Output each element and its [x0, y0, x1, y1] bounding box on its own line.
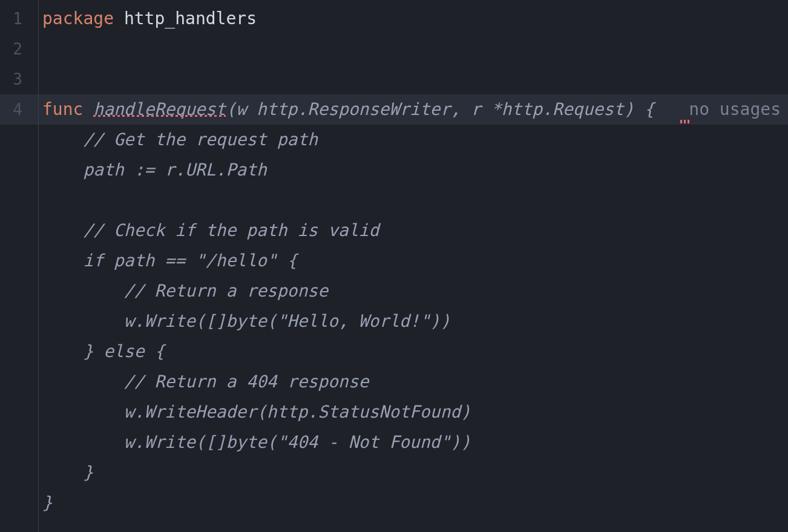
function-name[interactable]: handleRequest [93, 99, 226, 119]
code-text: } else { [42, 341, 165, 361]
code-text: } [42, 462, 93, 482]
line-number[interactable]: 1 [0, 4, 38, 34]
package-name: http_handlers [124, 8, 257, 28]
code-line[interactable]: w.WriteHeader(http.StatusNotFound) [39, 397, 788, 427]
code-text: if path == "/hello" { [42, 251, 297, 271]
code-text: // Return a response [42, 281, 328, 301]
line-number-gutter: 1 2 3 4 [0, 0, 39, 532]
code-editor[interactable]: 1 2 3 4 package http_handlers func handl… [0, 0, 788, 532]
code-line[interactable]: } else { [39, 337, 788, 367]
inlay-hint-no-usages[interactable]: no usages [689, 94, 781, 125]
code-line[interactable] [39, 64, 788, 94]
code-line[interactable]: package http_handlers [39, 4, 788, 34]
code-text: // Return a 404 response [42, 372, 369, 392]
line-number[interactable]: 4 [0, 94, 38, 125]
function-signature: (w http.ResponseWriter, r *http.Request)… [226, 99, 654, 119]
code-line[interactable] [39, 34, 788, 64]
code-line[interactable]: // Check if the path is valid [39, 215, 788, 246]
code-text: } [42, 493, 53, 513]
code-text: w.WriteHeader(http.StatusNotFound) [42, 402, 471, 422]
keyword-func: func [42, 99, 83, 119]
code-line[interactable]: } [39, 488, 788, 518]
code-text: path := r.URL.Path [42, 160, 267, 180]
code-line[interactable]: path := r.URL.Path [39, 155, 788, 185]
code-line[interactable]: // Return a 404 response [39, 367, 788, 397]
code-area[interactable]: package http_handlers func handleRequest… [39, 0, 788, 532]
code-line[interactable]: if path == "/hello" { [39, 246, 788, 276]
code-line[interactable]: // Return a response [39, 276, 788, 306]
keyword-package: package [42, 8, 114, 28]
code-line[interactable]: } [39, 458, 788, 488]
line-number[interactable]: 3 [0, 64, 38, 94]
code-line[interactable]: w.Write([]byte("Hello, World!")) [39, 306, 788, 337]
code-line[interactable] [39, 185, 788, 215]
line-number[interactable]: 2 [0, 34, 38, 64]
code-text: w.Write([]byte("Hello, World!")) [42, 311, 450, 331]
code-line[interactable]: // Get the request path [39, 125, 788, 155]
code-text: w.Write([]byte("404 - Not Found")) [42, 432, 471, 452]
code-text: // Get the request path [42, 130, 318, 149]
code-line[interactable]: func handleRequest(w http.ResponseWriter… [39, 94, 788, 125]
code-text: // Check if the path is valid [42, 220, 379, 240]
code-line[interactable]: w.Write([]byte("404 - Not Found")) [39, 427, 788, 458]
